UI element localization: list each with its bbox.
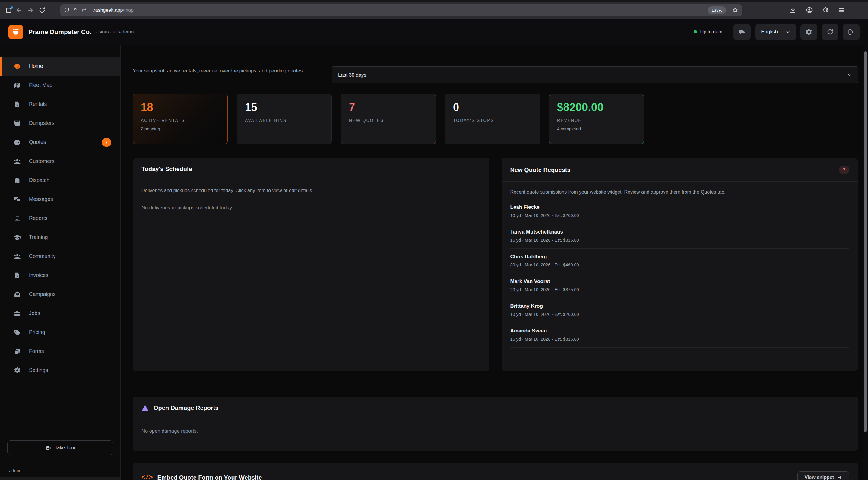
quote-meta: 15 yd · Mar 10, 2026 · Est. $315.00: [510, 337, 849, 341]
quotes-description: Recent quote submissions from your websi…: [510, 189, 849, 195]
quote-list-item[interactable]: Brittany Krog 10 yd · Mar 10, 2026 · Est…: [510, 298, 849, 323]
sidebar-bottom-strip: [0, 477, 120, 480]
url-host: trashgeek.app: [92, 7, 123, 13]
take-tour-label: Take Tour: [55, 445, 75, 450]
sidebar-item-label: Campaigns: [29, 291, 56, 298]
tenant-name: - sioux-falls-demo: [96, 29, 134, 35]
sidebar-item-community[interactable]: Community: [0, 247, 120, 266]
take-tour-button[interactable]: Take Tour: [7, 441, 113, 455]
fleet-truck-button[interactable]: [733, 24, 751, 40]
quotes-count-badge: 7: [102, 138, 111, 147]
language-value: English: [761, 29, 778, 35]
sidebar-item-label: Dumpsters: [29, 120, 55, 126]
screen: trashgeek.app/map 133% Prairie D: [0, 0, 868, 480]
sidebar-item-customers[interactable]: Customers: [0, 152, 120, 171]
schedule-description: Deliveries and pickups scheduled for tod…: [142, 188, 481, 193]
sidebar-item-jobs[interactable]: Jobs: [0, 304, 120, 323]
schedule-empty-message: No deliveries or pickups scheduled today…: [142, 205, 481, 211]
menu-hamburger-icon[interactable]: [836, 4, 847, 16]
sidebar-item-quotes[interactable]: Quotes 7: [0, 133, 120, 152]
shield-icon[interactable]: [64, 7, 70, 13]
sidebar-item-label: Rentals: [29, 101, 47, 108]
notification-dot: [10, 6, 13, 9]
sidebar-item-settings[interactable]: Settings: [0, 361, 120, 380]
sidebar-item-rentals[interactable]: $ Rentals: [0, 95, 120, 114]
stat-value: 18: [141, 101, 220, 114]
quote-list-item[interactable]: Tanya Mutschelknaus 15 yd · Mar 10, 2026…: [510, 224, 849, 249]
downloads-icon[interactable]: [787, 4, 799, 16]
sidebar-item-training[interactable]: Training: [0, 228, 120, 247]
quote-list-item[interactable]: Amanda Sveen 15 yd · Mar 10, 2026 · Est.…: [510, 323, 849, 348]
sidebar-item-pricing[interactable]: Pricing: [0, 323, 120, 342]
bar-chart-icon: [13, 214, 21, 222]
sidebar-item-dumpsters[interactable]: Dumpsters: [0, 114, 120, 133]
language-select[interactable]: English: [755, 24, 796, 40]
settings-gear-button[interactable]: [801, 24, 817, 40]
quote-customer-name: Brittany Krog: [510, 303, 849, 309]
sidebar-item-label: Fleet Map: [29, 82, 53, 88]
url-text[interactable]: trashgeek.app/map: [92, 7, 705, 13]
documents-icon: [13, 348, 21, 355]
sync-status: Up to date: [694, 29, 722, 35]
sidebar-item-home[interactable]: Home: [0, 57, 120, 76]
zoom-level-badge[interactable]: 133%: [708, 6, 726, 14]
stat-label: TODAY'S STOPS: [453, 118, 532, 123]
stat-todays-stops[interactable]: 0 TODAY'S STOPS: [445, 93, 540, 144]
stat-sub: 2 pending: [141, 126, 220, 131]
stat-available-bins[interactable]: 15 AVAILABLE BINS: [237, 93, 332, 144]
sidebar-item-messages[interactable]: Messages: [0, 190, 120, 209]
forward-icon[interactable]: [25, 4, 36, 16]
quote-customer-name: Amanda Sveen: [510, 328, 849, 334]
sidebar-item-dispatch[interactable]: Dispatch: [0, 171, 120, 190]
sidebar-item-fleet-map[interactable]: Fleet Map: [0, 76, 120, 95]
sidebar-item-label: Invoices: [29, 272, 48, 278]
stat-new-quotes[interactable]: 7 NEW QUOTES: [341, 93, 436, 144]
gear-icon: [13, 366, 21, 374]
stat-revenue[interactable]: $8200.00 REVENUE 4 completed: [549, 93, 644, 144]
logout-button[interactable]: [843, 24, 860, 40]
refresh-button[interactable]: [822, 24, 838, 40]
quote-list-item[interactable]: Chris Dahlberg 30 yd · Mar 10, 2026 · Es…: [510, 249, 849, 273]
quote-list-item[interactable]: Leah Fiecke 10 yd · Mar 10, 2026 · Est. …: [510, 199, 849, 224]
sidebar-item-invoices[interactable]: $ Invoices: [0, 266, 120, 285]
permissions-sliders-icon[interactable]: [81, 7, 87, 13]
back-icon[interactable]: [13, 4, 25, 16]
lock-icon[interactable]: [73, 7, 78, 13]
url-bar[interactable]: trashgeek.app/map 133%: [60, 4, 742, 16]
sidebar-item-forms[interactable]: Forms: [0, 342, 120, 361]
date-range-select[interactable]: Last 30 days: [332, 66, 858, 83]
stat-sub: 4 completed: [557, 126, 636, 131]
scrollbar-thumb[interactable]: [864, 51, 867, 432]
sidebar-item-label: Training: [29, 234, 48, 240]
quote-list: Leah Fiecke 10 yd · Mar 10, 2026 · Est. …: [510, 199, 849, 348]
view-snippet-label: View snippet: [804, 475, 834, 480]
quote-customer-name: Mark Van Voorst: [510, 278, 849, 284]
page-scrollbar[interactable]: [863, 19, 868, 480]
browser-toolbar: trashgeek.app/map 133%: [0, 0, 868, 19]
sidebar-item-label: Home: [29, 63, 43, 69]
mail-open-icon: [13, 291, 21, 298]
sidebar-item-label: Dispatch: [29, 177, 50, 183]
quotes-title: New Quote Requests: [510, 167, 570, 174]
sidebar-item-campaigns[interactable]: Campaigns: [0, 285, 120, 304]
reload-icon[interactable]: [36, 4, 48, 16]
sidebar-item-label: Customers: [29, 158, 55, 164]
bookmark-star-icon[interactable]: [732, 7, 738, 13]
new-quote-requests-card: New Quote Requests 7 Recent quote submis…: [501, 158, 858, 371]
view-snippet-button[interactable]: View snippet: [798, 471, 849, 480]
warning-triangle-icon: [142, 404, 149, 412]
gauge-icon: [13, 62, 21, 70]
briefcase-icon: [13, 309, 21, 318]
sidebar-item-label: Settings: [29, 367, 48, 373]
browser-actions: [787, 4, 847, 16]
extensions-puzzle-icon[interactable]: [820, 4, 831, 16]
sidebar-item-reports[interactable]: Reports: [0, 209, 120, 228]
sidebar-item-label: Community: [29, 253, 56, 260]
sync-status-label: Up to date: [700, 29, 722, 35]
date-range-value: Last 30 days: [338, 72, 367, 78]
firefox-view-icon[interactable]: [4, 4, 13, 16]
account-icon[interactable]: [803, 4, 815, 16]
stat-active-rentals[interactable]: 18 ACTIVE RENTALS 2 pending: [133, 93, 228, 144]
quote-list-item[interactable]: Mark Van Voorst 20 yd · Mar 10, 2026 · E…: [510, 273, 849, 298]
quote-customer-name: Tanya Mutschelknaus: [510, 229, 849, 235]
